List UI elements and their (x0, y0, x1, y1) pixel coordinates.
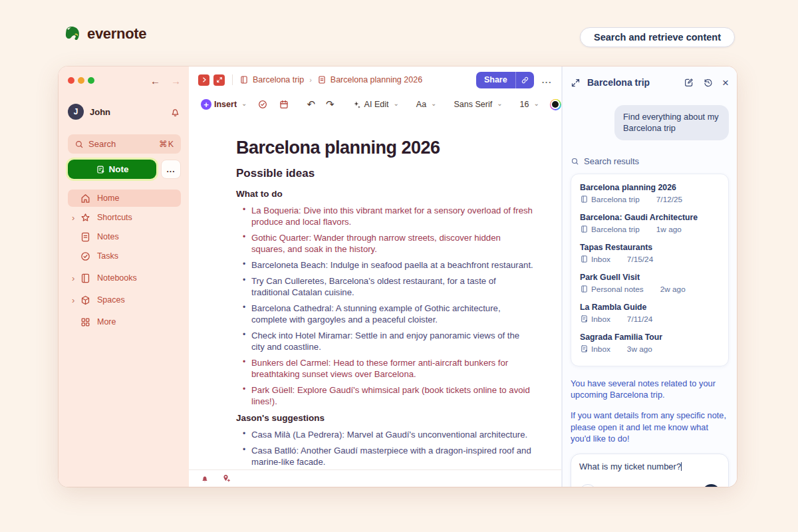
search-results-label: Search results (571, 156, 729, 166)
new-chat-icon[interactable] (684, 77, 694, 88)
breadcrumb-note[interactable]: Barcelona planning 2026 (331, 75, 422, 84)
history-icon[interactable] (703, 77, 714, 88)
minimize-window-dot[interactable] (78, 77, 84, 84)
zoom-window-dot[interactable] (88, 77, 94, 84)
result-title[interactable]: La Rambla Guide (580, 303, 720, 312)
bullet-item[interactable]: Casa Milà (La Pedrera): Marvel at Gaudí'… (251, 429, 535, 440)
result-title[interactable]: Park Guell Visit (580, 273, 720, 282)
copy-link-icon[interactable] (515, 72, 534, 88)
nav-item-label: Notebooks (97, 273, 137, 283)
forward-arrow-icon[interactable]: → (171, 75, 181, 86)
bullet-item[interactable]: La Boqueria: Dive into this vibrant mark… (251, 205, 535, 228)
assistant-header: Barcelona trip × (571, 74, 729, 91)
expand-note-icon[interactable] (213, 74, 225, 86)
note-editor: Barcelona trip › Barcelona planning 2026… (189, 66, 562, 487)
font-family-dropdown[interactable]: Sans Serif (450, 96, 507, 113)
chat-input[interactable]: What is my ticket number? (579, 462, 720, 473)
search-result-item[interactable]: Park Guell Visit Personal notes 2w ago (580, 273, 720, 294)
note-heading[interactable]: Possible ideas (236, 167, 535, 180)
close-panel-icon[interactable]: × (722, 77, 729, 88)
note-title[interactable]: Barcelona planning 2026 (236, 138, 535, 158)
note-subheading[interactable]: What to do (236, 189, 535, 199)
result-meta: Barcelona trip 1w ago (580, 225, 720, 234)
sidebar-nav-item[interactable]: › More (68, 313, 181, 331)
reply-paragraph: If you want details from any specific no… (571, 410, 729, 445)
sidebar-nav-item[interactable]: › Home (68, 190, 181, 207)
chevron-right-icon[interactable]: › (72, 273, 80, 283)
editor-more-button[interactable]: ... (542, 75, 552, 85)
star-icon (80, 212, 91, 223)
note-content[interactable]: Barcelona planning 2026 Possible ideas W… (189, 116, 561, 469)
redo-button[interactable]: ↷ (322, 96, 338, 113)
collapse-sidebar-icon[interactable] (198, 74, 209, 86)
send-button[interactable]: ↑ (702, 484, 720, 487)
bullet-item[interactable]: Gothic Quarter: Wander through narrow st… (251, 232, 535, 255)
result-title[interactable]: Barcelona planning 2026 (580, 183, 720, 192)
top-bar: evernote Search and retrieve content (0, 0, 798, 66)
home-icon (80, 193, 91, 204)
search-result-item[interactable]: La Rambla Guide Inbox 7/11/24 (580, 303, 720, 324)
search-result-item[interactable]: Sagrada Familia Tour Inbox 3w ago (580, 332, 720, 354)
logo-wordmark: evernote (87, 25, 146, 43)
sidebar-nav-item[interactable]: › Shortcuts (68, 209, 181, 226)
search-result-item[interactable]: Tapas Restaurants Inbox 7/15/24 (580, 243, 720, 264)
sidebar-nav: › Home › Shortcuts › Notes › Tasks › (68, 190, 181, 331)
bullet-item[interactable]: Check into Hotel Miramar: Settle in and … (251, 330, 535, 353)
new-note-button[interactable]: Note (68, 160, 156, 179)
reminder-bell-icon[interactable] (200, 473, 210, 484)
back-arrow-icon[interactable]: ← (150, 75, 160, 86)
share-button[interactable]: Share (476, 72, 534, 88)
bullet-item[interactable]: Bunkers del Carmel: Head to these former… (251, 357, 535, 380)
sidebar-nav-item[interactable]: › Notebooks (68, 269, 181, 287)
chevron-right-icon[interactable]: › (72, 213, 80, 223)
bullet-item[interactable]: Park Güell: Explore Gaudí's whimsical pa… (251, 384, 535, 408)
note-plus-icon (580, 344, 589, 353)
note-subheading[interactable]: Jason's suggestions (236, 413, 535, 423)
search-shortcut: ⌘K (159, 139, 174, 149)
avatar[interactable]: J (68, 104, 84, 120)
font-size-dropdown[interactable]: 16 (516, 96, 543, 113)
note-plus-icon (96, 165, 105, 174)
insert-calendar-button[interactable] (275, 96, 293, 113)
notebook-icon (580, 255, 589, 263)
bullet-item[interactable]: Barcelona Cathedral: A stunning example … (251, 303, 535, 326)
insert-label: Insert (214, 100, 237, 109)
breadcrumb-notebook[interactable]: Barcelona trip (253, 75, 304, 84)
sidebar: ← → J John Search ⌘K (59, 66, 189, 487)
result-notebook: Personal notes (591, 285, 644, 294)
note-more-button[interactable]: ... (161, 160, 181, 179)
insert-dropdown[interactable]: + Insert (197, 96, 251, 113)
search-retrieve-button[interactable]: Search and retrieve content (580, 27, 735, 47)
sidebar-nav-item[interactable]: › Tasks (68, 247, 181, 265)
expand-panel-icon[interactable] (571, 78, 581, 88)
notifications-bell-icon[interactable] (170, 106, 181, 118)
nav-item-label: Spaces (97, 295, 125, 305)
chevron-right-icon[interactable]: › (72, 295, 80, 305)
assistant-reply: You have several notes related to your u… (571, 378, 729, 445)
search-result-item[interactable]: Barcelona planning 2026 Barcelona trip 7… (580, 183, 720, 204)
bullet-item[interactable]: Barceloneta Beach: Indulge in seafood pa… (251, 259, 535, 271)
sidebar-nav-item[interactable]: › Spaces (68, 291, 181, 309)
result-title[interactable]: Sagrada Familia Tour (580, 332, 720, 342)
attach-plus-button[interactable]: + (579, 484, 597, 487)
user-row[interactable]: J John (68, 104, 181, 120)
note-plus-icon (580, 315, 589, 323)
search-result-item[interactable]: Barcelona: Gaudi Architecture Barcelona … (580, 213, 720, 234)
result-title[interactable]: Barcelona: Gaudi Architecture (580, 213, 720, 222)
sidebar-nav-item[interactable]: › Notes (68, 228, 181, 245)
result-notebook: Inbox (591, 255, 610, 264)
pen-add-icon[interactable] (221, 473, 231, 483)
nav-item-label: Notes (97, 232, 119, 241)
close-window-dot[interactable] (68, 77, 74, 84)
insert-task-button[interactable] (253, 96, 272, 113)
nav-item-label: Shortcuts (97, 213, 132, 222)
clock-icon (616, 344, 624, 353)
bullet-item[interactable]: Try Can Culleretes, Barcelona's oldest r… (251, 275, 535, 299)
text-style-dropdown[interactable]: Aa (412, 96, 441, 113)
clock-icon (645, 195, 654, 203)
result-title[interactable]: Tapas Restaurants (580, 243, 720, 252)
bullet-item[interactable]: Casa Batlló: Another Gaudí masterpiece w… (251, 445, 535, 468)
undo-button[interactable]: ↶ (303, 96, 319, 113)
ai-edit-dropdown[interactable]: AI Edit (348, 96, 403, 113)
sidebar-search-input[interactable]: Search ⌘K (68, 134, 181, 154)
